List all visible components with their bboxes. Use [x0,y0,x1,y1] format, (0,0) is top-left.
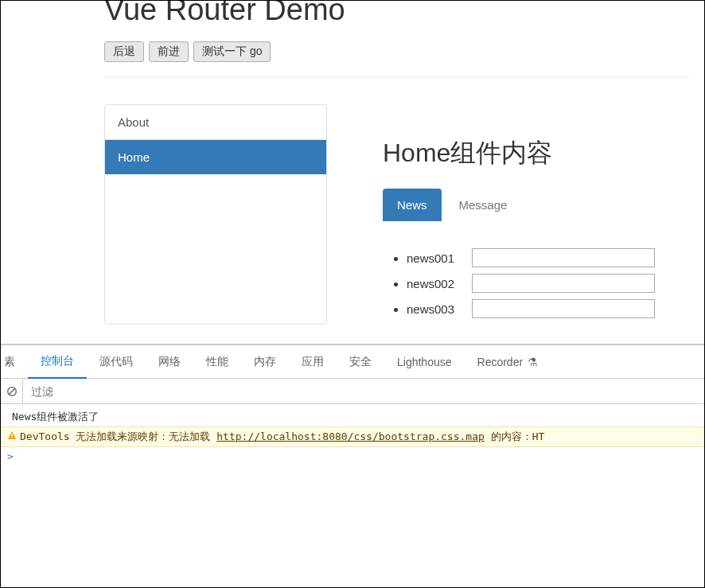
sidebar-item-home[interactable]: Home [105,140,326,174]
devtools-tab-console[interactable]: 控制台 [28,345,87,379]
devtools-tab-memory[interactable]: 内存 [241,346,289,378]
list-item: news003 [407,299,655,318]
news-input-2[interactable] [472,274,655,293]
sub-tabs: News Message [383,189,655,221]
list-item: news001 [407,248,655,267]
tab-message[interactable]: Message [445,189,522,221]
console-log-line: News组件被激活了 [12,407,704,426]
devtools-tab-network[interactable]: 网络 [146,346,193,378]
console-prompt[interactable]: > [4,447,704,462]
news-label: news001 [407,251,472,265]
warning-text-1: 无法加载来源映射：无法加载 [70,430,217,442]
forward-button[interactable]: 前进 [149,41,189,62]
divider [104,76,689,77]
tab-news[interactable]: News [383,189,442,221]
no-logging-icon[interactable] [1,379,23,403]
svg-rect-2 [11,434,12,436]
devtools-tab-application[interactable]: 应用 [289,346,337,378]
devtools-tab-elements[interactable]: 素 [1,346,28,378]
console-warning-line: DevTools 无法加载来源映射：无法加载 http://localhost:… [1,426,704,447]
console-output: News组件被激活了 DevTools 无法加载来源映射：无法加载 http:/… [1,404,704,462]
filter-input[interactable] [23,380,704,403]
devtools-tab-recorder[interactable]: Recorder⚗ [465,347,551,377]
history-button-row: 后退 前进 测试一下 go [104,41,704,62]
back-button[interactable]: 后退 [104,41,144,62]
warning-text-2: 的内容：HT [485,430,544,442]
news-label: news003 [407,302,472,316]
svg-rect-3 [11,437,12,438]
news-input-1[interactable] [472,248,655,267]
warning-url[interactable]: http://localhost:8080/css/bootstrap.css.… [216,430,485,442]
devtools-tab-security[interactable]: 安全 [337,346,384,378]
list-item: news002 [407,274,655,293]
news-input-3[interactable] [472,299,655,318]
main-title: Home组件内容 [383,136,655,171]
devtools-tabs: 素 控制台 源代码 网络 性能 内存 应用 安全 Lighthouse Reco… [1,345,704,379]
sidebar-item-about[interactable]: About [105,105,326,140]
main-content: Home组件内容 News Message news001 news002 [383,104,655,325]
svg-line-1 [9,388,15,395]
devtools-tab-lighthouse[interactable]: Lighthouse [384,347,465,377]
warning-prefix: DevTools [20,430,70,442]
news-list: news001 news002 news003 [407,248,655,318]
devtools-tab-sources[interactable]: 源代码 [87,346,146,378]
devtools-filter-row [1,379,704,404]
page-title: Vue Router Demo [104,0,704,27]
flask-icon: ⚗ [528,356,538,368]
devtools-tab-performance[interactable]: 性能 [193,346,241,378]
sidebar-nav: About Home [104,104,327,325]
test-go-button[interactable]: 测试一下 go [193,41,271,62]
devtools-panel: 素 控制台 源代码 网络 性能 内存 应用 安全 Lighthouse Reco… [1,344,704,587]
news-label: news002 [407,277,472,290]
warning-icon [7,430,17,440]
